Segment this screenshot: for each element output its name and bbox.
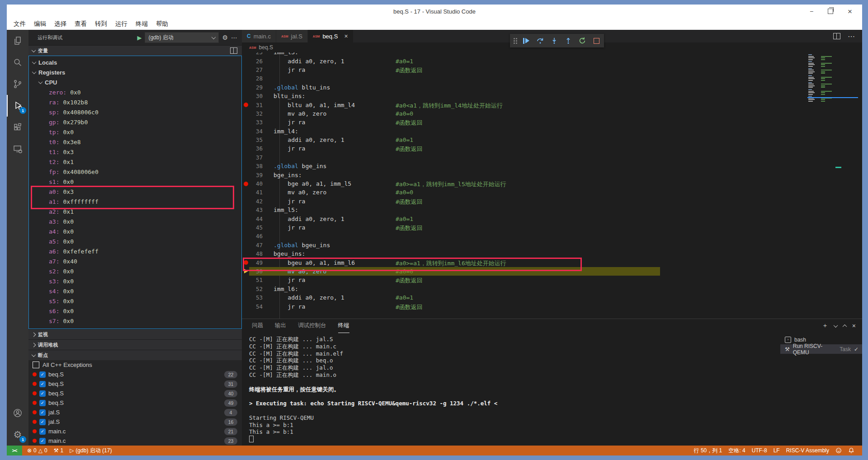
breakpoint-checkbox[interactable]: ✓	[39, 390, 46, 397]
breakpoint-row[interactable]: ✓beq.S40	[28, 389, 242, 398]
register-row-a0[interactable]: a0:0x3	[29, 187, 241, 197]
breakpoint-row[interactable]: ✓beq.S49	[28, 398, 242, 408]
tasks-status[interactable]: ⚒ 1	[51, 447, 66, 454]
continue-button[interactable]	[522, 36, 530, 46]
breakpoint-row[interactable]: ✓beq.S31	[28, 379, 242, 389]
register-row-t0[interactable]: t0:0x3e8	[29, 137, 241, 147]
code-line-42[interactable]: 42 jr ra#函数返回	[242, 197, 862, 206]
cursor-position[interactable]: 行 50，列 1	[691, 447, 726, 455]
menu-item-go[interactable]: 转到	[91, 20, 111, 28]
menu-item-view[interactable]: 查看	[71, 20, 91, 28]
notifications-bell-icon[interactable]	[845, 447, 858, 454]
register-row-sp[interactable]: sp:0x408006c0	[29, 107, 241, 117]
source-control-icon[interactable]	[7, 73, 28, 95]
code-line-53[interactable]: 53 addi a0, zero, 1#a0=1	[242, 293, 862, 302]
menu-item-edit[interactable]: 编辑	[30, 20, 50, 28]
menu-item-selection[interactable]: 选择	[50, 20, 71, 28]
panel-tab-debug-console[interactable]: 调试控制台	[298, 319, 326, 333]
code-line-44[interactable]: 44 addi a0, zero, 1#a0=1	[242, 214, 862, 223]
tab-jal.S[interactable]: ASMjal.S	[276, 30, 308, 42]
drag-handle-icon[interactable]	[514, 38, 515, 39]
breakpoint-icon[interactable]	[244, 182, 248, 186]
register-row-tp[interactable]: tp:0x0	[29, 127, 241, 137]
tab-main.c[interactable]: Cmain.c	[242, 30, 276, 42]
eol-status[interactable]: LF	[770, 447, 783, 454]
code-line-50[interactable]: 50 mv a0, zero#a0=0	[242, 267, 862, 276]
code-line-29[interactable]: 29.global bltu_ins	[242, 83, 862, 92]
gutter[interactable]	[242, 103, 250, 107]
register-row-a6[interactable]: a6:0xfefefeff	[29, 246, 241, 256]
register-row-a4[interactable]: a4:0x0	[29, 226, 241, 236]
new-terminal-icon[interactable]: ＋	[822, 322, 828, 330]
code-editor[interactable]: 25imm_l3:26 addi a0, zero, 1#a0=127 jr r…	[242, 52, 862, 319]
debug-session-status[interactable]: ▷ (gdb) 启动 (17)	[66, 447, 115, 455]
code-line-43[interactable]: 43imm_l5:	[242, 206, 862, 214]
code-line-39[interactable]: 39bge_ins:	[242, 170, 862, 179]
code-line-25[interactable]: 25imm_l3:	[242, 52, 862, 56]
breakpoint-row[interactable]: ✓jal.S4	[28, 408, 242, 417]
register-row-s6[interactable]: s6:0x0	[29, 306, 241, 316]
watch-section-header[interactable]: 监视	[28, 329, 242, 339]
breakpoint-checkbox[interactable]: ✓	[39, 409, 46, 416]
split-editor-icon[interactable]	[833, 33, 840, 39]
register-row-a2[interactable]: a2:0x1	[29, 207, 241, 216]
tree-group-cpu[interactable]: CPU	[29, 77, 241, 87]
extensions-icon[interactable]	[7, 117, 28, 138]
maximize-panel-icon[interactable]	[842, 324, 847, 329]
breakpoint-row[interactable]: ✓beq.S22	[28, 370, 242, 379]
gutter[interactable]	[242, 260, 250, 265]
variables-section-header[interactable]: 变量	[28, 45, 242, 56]
gutter[interactable]	[242, 182, 250, 186]
accounts-icon[interactable]	[7, 402, 28, 424]
register-row-a3[interactable]: a3:0x0	[29, 216, 241, 226]
register-row-a1[interactable]: a1:0xffffffff	[29, 197, 241, 207]
menu-item-file[interactable]: 文件	[9, 20, 30, 28]
exceptions-row[interactable]: All C++ Exceptions	[28, 360, 242, 370]
code-line-35[interactable]: 35 addi a0, zero, 1#a0=1	[242, 136, 862, 144]
settings-gear-icon[interactable]: ⚙ 1	[7, 424, 28, 446]
step-into-button[interactable]	[550, 36, 558, 46]
register-row-s5[interactable]: s5:0x0	[29, 296, 241, 306]
terminal-output[interactable]: CC -[M] 正在构建 ... jal.SCC -[M] 正在构建 ... m…	[242, 333, 780, 446]
menu-item-terminal[interactable]: 终端	[132, 20, 152, 28]
gutter[interactable]	[242, 269, 250, 273]
close-button[interactable]: ×	[848, 8, 852, 15]
minimize-button[interactable]: −	[810, 8, 813, 14]
menu-item-help[interactable]: 帮助	[152, 20, 172, 28]
breakpoint-checkbox[interactable]: ✓	[39, 371, 46, 378]
step-out-button[interactable]	[564, 36, 572, 46]
code-line-26[interactable]: 26 addi a0, zero, 1#a0=1	[242, 56, 862, 65]
tree-group-registers[interactable]: Registers	[29, 67, 241, 77]
menu-item-run[interactable]: 运行	[111, 20, 132, 28]
panel-tab-output[interactable]: 输出	[275, 319, 286, 333]
breakpoint-row[interactable]: ✓main.c23	[28, 436, 242, 446]
stop-button[interactable]	[592, 36, 600, 46]
callstack-section-header[interactable]: 调用堆栈	[28, 339, 242, 350]
code-line-41[interactable]: 41 mv a0, zero#a0=0	[242, 188, 862, 197]
code-line-27[interactable]: 27 jr ra#函数返回	[242, 66, 862, 74]
search-icon[interactable]	[7, 52, 28, 73]
register-row-a7[interactable]: a7:0x40	[29, 256, 241, 266]
variables-tree[interactable]: LocalsRegistersCPUzero:0x0ra:0x102b8sp:0…	[28, 56, 242, 329]
close-panel-icon[interactable]: ×	[852, 322, 856, 329]
restart-button[interactable]	[578, 36, 586, 46]
debug-config-select[interactable]: (gdb) 启动	[145, 32, 219, 43]
register-row-ra[interactable]: ra:0x102b8	[29, 97, 241, 107]
breakpoint-icon[interactable]	[244, 260, 248, 265]
language-mode[interactable]: RISC-V Assembly	[783, 447, 832, 454]
code-line-48[interactable]: 48bgeu_ins:	[242, 249, 862, 258]
code-line-46[interactable]: 46	[242, 232, 862, 240]
register-row-gp[interactable]: gp:0x279b0	[29, 117, 241, 127]
debug-settings-gear-icon[interactable]: ⚙	[222, 34, 228, 41]
step-over-button[interactable]	[536, 36, 544, 46]
register-row-s3[interactable]: s3:0x0	[29, 276, 241, 286]
code-line-49[interactable]: 49 bgeu a0, a1, imm_l6#a0>=a1，跳转到imm_l6地…	[242, 258, 862, 267]
code-line-38[interactable]: 38.global bge_ins	[242, 162, 862, 170]
remote-explorer-icon[interactable]	[7, 138, 28, 160]
close-icon[interactable]: ×	[344, 33, 348, 40]
register-row-a5[interactable]: a5:0x0	[29, 236, 241, 246]
code-line-30[interactable]: 30bltu_ins:	[242, 92, 862, 100]
problems-status[interactable]: ⊗ 0 △ 0	[24, 447, 51, 454]
editor-more-actions-icon[interactable]: ⋯	[848, 32, 855, 41]
breakpoints-section-header[interactable]: 断点	[28, 350, 242, 360]
